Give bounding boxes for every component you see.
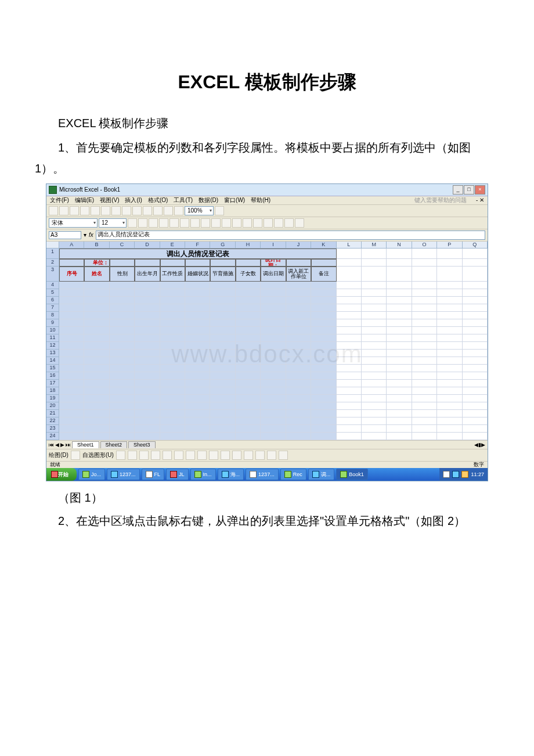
cell[interactable] xyxy=(84,297,109,304)
cell[interactable] xyxy=(84,417,109,425)
rectangle-icon[interactable] xyxy=(139,451,149,460)
h-scrollbar[interactable]: ◀▮▶ xyxy=(474,442,485,448)
cell[interactable] xyxy=(185,410,210,417)
column-header[interactable]: F xyxy=(185,242,210,249)
menu-insert[interactable]: 插入(I) xyxy=(125,197,142,203)
cell[interactable] xyxy=(135,417,160,425)
cell[interactable] xyxy=(236,425,261,433)
cell[interactable] xyxy=(362,267,387,282)
new-icon[interactable] xyxy=(49,206,58,215)
cell[interactable] xyxy=(412,297,437,304)
cell[interactable] xyxy=(261,304,286,312)
font-color-icon[interactable] xyxy=(295,218,304,228)
cell[interactable] xyxy=(437,417,462,425)
cell[interactable] xyxy=(135,372,160,380)
cell[interactable] xyxy=(84,425,109,433)
comma-icon[interactable] xyxy=(222,218,231,228)
cell[interactable] xyxy=(286,342,311,350)
cell[interactable] xyxy=(362,319,387,327)
cell[interactable] xyxy=(387,327,412,334)
cell[interactable] xyxy=(362,402,387,410)
cell[interactable] xyxy=(311,417,336,425)
cell[interactable] xyxy=(135,312,160,319)
cell[interactable] xyxy=(135,380,160,387)
cell[interactable] xyxy=(337,312,362,319)
row-header[interactable]: 18 xyxy=(46,387,59,395)
cell[interactable] xyxy=(135,297,160,304)
cell[interactable] xyxy=(387,350,412,357)
cell[interactable] xyxy=(160,387,185,395)
cell[interactable] xyxy=(387,387,412,395)
table-header-cell[interactable]: 姓名 xyxy=(84,267,109,282)
row-header[interactable]: 1 xyxy=(46,249,59,259)
cell[interactable] xyxy=(236,417,261,425)
cell[interactable] xyxy=(160,425,185,433)
cell[interactable] xyxy=(84,289,109,297)
taskbar-item[interactable]: JL xyxy=(166,469,189,480)
column-header[interactable]: G xyxy=(210,242,235,249)
cell[interactable] xyxy=(311,327,336,334)
table-header-cell[interactable]: 子女数 xyxy=(236,267,261,282)
cell[interactable] xyxy=(463,417,488,425)
cell[interactable] xyxy=(286,365,311,372)
cell[interactable] xyxy=(59,259,84,267)
cell[interactable] xyxy=(84,350,109,357)
column-header[interactable]: Q xyxy=(463,242,488,249)
menu-tools[interactable]: 工具(T) xyxy=(174,197,193,203)
cell[interactable] xyxy=(135,365,160,372)
cell[interactable] xyxy=(463,380,488,387)
menu-window[interactable]: 窗口(W) xyxy=(224,197,245,203)
tab-nav-last-icon[interactable]: ⏭ xyxy=(66,442,71,448)
cell[interactable] xyxy=(337,357,362,365)
row-header[interactable]: 7 xyxy=(46,304,59,312)
cell[interactable] xyxy=(110,402,135,410)
cell[interactable] xyxy=(110,380,135,387)
cell[interactable] xyxy=(362,395,387,402)
cell[interactable] xyxy=(110,259,135,267)
cell[interactable] xyxy=(135,282,160,289)
cell[interactable] xyxy=(84,387,109,395)
column-header[interactable]: K xyxy=(311,242,336,249)
cell[interactable] xyxy=(210,334,235,342)
cell[interactable] xyxy=(337,304,362,312)
cell[interactable] xyxy=(337,267,362,282)
cell[interactable] xyxy=(286,259,311,267)
cell[interactable] xyxy=(362,350,387,357)
cell[interactable] xyxy=(236,297,261,304)
cell[interactable] xyxy=(286,350,311,357)
taskbar-item[interactable]: In... xyxy=(190,469,216,480)
cell[interactable] xyxy=(135,402,160,410)
align-center-icon[interactable] xyxy=(169,218,179,228)
cell[interactable] xyxy=(412,380,437,387)
cell[interactable] xyxy=(59,433,84,440)
cell[interactable] xyxy=(412,417,437,425)
cell[interactable] xyxy=(337,433,362,440)
namebox-dropdown-icon[interactable]: ▾ xyxy=(84,232,86,238)
cell[interactable] xyxy=(412,425,437,433)
cell[interactable] xyxy=(236,289,261,297)
table-header-cell[interactable]: 调入新工作单位 xyxy=(286,267,311,282)
cell[interactable] xyxy=(437,297,462,304)
fill-icon[interactable] xyxy=(197,451,207,460)
table-header-cell[interactable]: 备注 xyxy=(311,267,336,282)
cell[interactable] xyxy=(437,312,462,319)
cell[interactable] xyxy=(437,410,462,417)
cell[interactable] xyxy=(59,334,84,342)
cell[interactable] xyxy=(84,319,109,327)
taskbar-item[interactable]: Rec xyxy=(280,469,306,480)
cell[interactable] xyxy=(437,357,462,365)
cell[interactable] xyxy=(210,380,235,387)
cell[interactable] xyxy=(286,319,311,327)
cell[interactable] xyxy=(412,249,437,259)
font-size-select[interactable]: 12 xyxy=(99,218,127,228)
formula-bar[interactable]: 调出人员情况登记表 xyxy=(96,231,485,240)
cell[interactable] xyxy=(236,402,261,410)
cell[interactable] xyxy=(337,402,362,410)
italic-icon[interactable] xyxy=(138,218,147,228)
cell[interactable] xyxy=(286,282,311,289)
cell[interactable] xyxy=(412,365,437,372)
cell[interactable] xyxy=(135,304,160,312)
cell[interactable] xyxy=(437,395,462,402)
cell[interactable] xyxy=(412,319,437,327)
cell[interactable] xyxy=(84,380,109,387)
